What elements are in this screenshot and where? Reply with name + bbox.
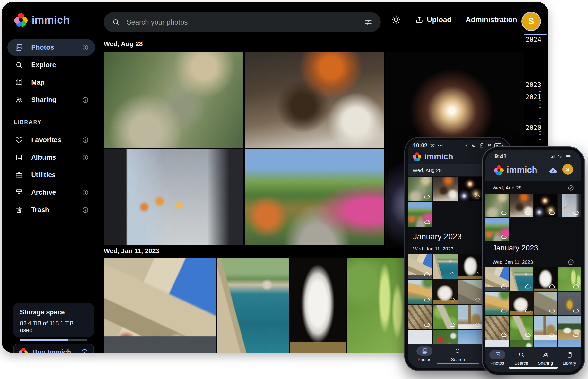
photo-lizard-moss[interactable] xyxy=(509,316,533,340)
sidebar-item-photos[interactable]: Photos xyxy=(7,39,95,56)
sidebar-item-sharing[interactable]: Sharing xyxy=(7,91,95,108)
photo-xmas[interactable] xyxy=(558,292,582,316)
photo-monkeys[interactable] xyxy=(408,177,432,201)
photos-icon xyxy=(421,348,428,354)
photo-sculpture[interactable] xyxy=(509,292,533,316)
cloud-sync-icon xyxy=(424,271,430,278)
photo-fireworks[interactable] xyxy=(534,194,557,218)
photo-town[interactable] xyxy=(458,305,483,330)
select-all-check-icon[interactable] xyxy=(568,185,574,191)
cloud-sync-icon xyxy=(573,283,579,290)
photo-coast[interactable] xyxy=(217,258,289,353)
cloud-sync-icon xyxy=(501,283,507,290)
photo-bust[interactable] xyxy=(458,254,483,279)
storage-card: Storage space 82.4 TiB of 115.1 TiB used xyxy=(13,303,94,337)
upload-button[interactable]: Upload xyxy=(415,16,452,24)
photo-sculpture[interactable] xyxy=(433,280,458,304)
sidebar: PhotosExploreMapSharing LIBRARY Favorite… xyxy=(2,38,100,353)
photo-bust[interactable] xyxy=(534,268,557,291)
cloud-sync-icon xyxy=(449,321,456,328)
sidebar-item-utilities[interactable]: Utilities xyxy=(7,166,95,183)
photo-coast[interactable] xyxy=(433,254,458,279)
photo-castle[interactable] xyxy=(408,254,432,279)
photo-coast[interactable] xyxy=(509,268,533,291)
immich-flower-icon xyxy=(14,13,28,27)
cloud-sync-icon xyxy=(524,332,531,338)
photo-lizard-ground[interactable] xyxy=(485,316,509,340)
upload-icon xyxy=(415,16,424,24)
photo-fireworks[interactable] xyxy=(458,177,483,201)
select-all-check-icon[interactable] xyxy=(568,259,574,266)
info-icon[interactable] xyxy=(82,154,89,161)
timeline-year-2024[interactable]: 2024 xyxy=(525,36,541,43)
photo-ruin[interactable] xyxy=(458,280,483,304)
photo-ruin[interactable] xyxy=(534,292,557,316)
logo-text: immich xyxy=(424,152,453,161)
photo-berries[interactable] xyxy=(558,268,582,291)
administration-link[interactable]: Administration xyxy=(465,16,517,24)
sidebar-item-archive[interactable]: Archive xyxy=(7,184,95,201)
cloud-sync-icon xyxy=(449,271,456,278)
tab-library[interactable]: Library xyxy=(561,350,578,366)
info-icon[interactable] xyxy=(82,207,89,213)
sidebar-item-explore[interactable]: Explore xyxy=(7,56,95,73)
storage-title: Storage space xyxy=(20,309,87,316)
theme-toggle-sun-icon[interactable] xyxy=(391,15,401,25)
photo-dinner[interactable] xyxy=(433,177,458,201)
photo-hands[interactable] xyxy=(558,194,582,218)
cloud-sync-icon xyxy=(524,283,531,290)
sidebar-item-albums[interactable]: Albums xyxy=(7,149,95,166)
cloud-sync-icon xyxy=(449,193,456,200)
photo-cliff[interactable] xyxy=(408,280,432,304)
user-avatar[interactable]: S xyxy=(522,12,541,31)
info-icon[interactable] xyxy=(82,137,89,143)
photo-bust[interactable] xyxy=(290,258,346,353)
search-bar[interactable] xyxy=(104,12,381,32)
buy-immich-button[interactable]: Buy Immich xyxy=(13,344,94,353)
tab-photos[interactable]: Photos xyxy=(489,350,505,366)
photo-lizard-moss[interactable] xyxy=(433,305,458,330)
tab-photos[interactable]: Photos xyxy=(416,347,432,362)
sidebar-item-map[interactable]: Map xyxy=(7,74,95,91)
photo-dinner[interactable] xyxy=(245,52,384,148)
timeline-year-2021[interactable]: 2021 xyxy=(525,93,541,101)
photo-autumn[interactable] xyxy=(245,149,384,245)
info-icon[interactable] xyxy=(82,44,89,51)
photo-castle[interactable] xyxy=(104,258,216,353)
photo-town[interactable] xyxy=(534,316,557,340)
sidebar-item-favorites[interactable]: Favorites xyxy=(7,131,95,148)
photo-autumn[interactable] xyxy=(408,202,432,227)
timeline-year-2020[interactable]: 2020 xyxy=(525,124,541,131)
cloud-sync-icon xyxy=(573,332,579,338)
info-icon[interactable] xyxy=(82,189,89,196)
info-icon[interactable] xyxy=(81,349,88,353)
photo-berries[interactable] xyxy=(347,258,404,353)
info-icon[interactable] xyxy=(82,97,89,103)
photo-cliff[interactable] xyxy=(485,292,509,316)
search-filter-icon[interactable] xyxy=(364,18,372,26)
sidebar-item-trash[interactable]: Trash xyxy=(7,201,95,218)
tab-sharing[interactable]: Sharing xyxy=(538,350,554,366)
immich-logo[interactable]: immich xyxy=(14,13,70,27)
cloud-sync-icon xyxy=(474,321,481,328)
immich-flower-icon xyxy=(413,152,421,161)
user-avatar[interactable]: S xyxy=(562,164,573,175)
date-group-header: Wed, Jan 11, 2023 xyxy=(104,247,159,255)
timeline-year-2023[interactable]: 2023 xyxy=(525,81,541,88)
photo-castle[interactable] xyxy=(485,268,509,291)
photo-alpine[interactable] xyxy=(558,316,582,340)
photo-monkeys[interactable] xyxy=(485,194,509,218)
photo-lizard-ground[interactable] xyxy=(408,305,432,330)
logo-text: immich xyxy=(32,14,70,26)
date-group-header: Wed, Jan 11, 2023 xyxy=(413,246,453,252)
tab-search[interactable]: Search xyxy=(513,350,529,366)
search-input[interactable] xyxy=(120,18,364,26)
photo-hands[interactable] xyxy=(104,149,243,245)
backup-cloud-icon[interactable] xyxy=(548,166,558,176)
photo-dinner[interactable] xyxy=(509,194,533,218)
bluetooth-icon xyxy=(463,143,469,148)
photo-monkeys[interactable] xyxy=(104,52,243,148)
photo-autumn[interactable] xyxy=(485,218,509,242)
book-icon xyxy=(566,351,573,358)
tab-search[interactable]: Search xyxy=(450,347,466,362)
